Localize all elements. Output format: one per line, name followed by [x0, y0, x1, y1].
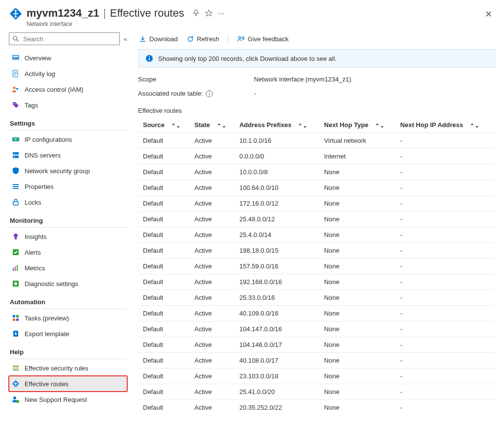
sidebar-item-tags[interactable]: Tags: [9, 97, 127, 113]
table-row[interactable]: DefaultActive192.168.0.0/16None--: [138, 274, 495, 290]
table-row[interactable]: DefaultActive157.59.0.0/16None--: [138, 259, 495, 274]
cell-state: Active: [190, 133, 234, 149]
feedback-button[interactable]: Give feedback: [237, 35, 288, 43]
sidebar-item-effective-routes[interactable]: Effective routes: [9, 376, 127, 392]
sidebar-section-title: Help: [10, 348, 127, 356]
locks-icon: [12, 198, 20, 206]
collapse-sidebar-icon[interactable]: «: [124, 35, 127, 43]
sidebar-search[interactable]: [9, 32, 120, 45]
svg-point-19: [14, 157, 15, 158]
cell-hopIp: -: [395, 337, 492, 353]
svg-point-43: [239, 36, 241, 39]
sidebar-item-properties[interactable]: Properties: [9, 179, 127, 194]
cell-source: Default: [138, 133, 190, 149]
table-row[interactable]: DefaultActive104.146.0.0/17None--: [138, 337, 495, 353]
cell-source: Default: [138, 337, 190, 353]
table-row[interactable]: DefaultActive100.64.0.0/10None--: [138, 180, 495, 196]
metrics-icon: [12, 264, 20, 272]
sidebar-item-access-control[interactable]: Access control (IAM): [9, 81, 127, 97]
sidebar-item-insights[interactable]: Insights: [9, 229, 127, 244]
cell-prefix: 25.33.0.0/16: [234, 290, 319, 306]
sort-icon[interactable]: [375, 123, 384, 128]
table-row[interactable]: DefaultActive23.103.0.0/18None--: [138, 369, 495, 384]
cell-prefix: 157.59.0.0/16: [234, 259, 319, 274]
svg-rect-35: [16, 318, 19, 321]
download-button[interactable]: Download: [139, 35, 178, 43]
svg-text:IP: IP: [14, 138, 17, 141]
sidebar-item-dns-servers[interactable]: DNS servers: [9, 147, 127, 163]
ip-configurations-icon: IP: [12, 135, 20, 143]
sidebar-item-ip-configurations[interactable]: IPIP configurations: [9, 132, 127, 147]
table-row[interactable]: DefaultActive10.1.0.0/16Virtual network-…: [138, 133, 495, 149]
cell-hopType: None: [319, 321, 395, 337]
sort-icon[interactable]: [470, 123, 479, 128]
table-row[interactable]: DefaultActive25.48.0.0/12None--: [138, 211, 495, 227]
cell-u: -: [492, 196, 495, 211]
column-header[interactable]: Address Prefixes: [234, 117, 319, 133]
help-icon[interactable]: i: [206, 90, 213, 97]
table-row[interactable]: DefaultActive40.108.0.0/17None--: [138, 353, 495, 369]
effective-security-rules-icon: [12, 364, 20, 372]
cell-hopType: None: [319, 306, 395, 321]
svg-point-46: [149, 56, 150, 57]
feedback-icon: [237, 35, 245, 43]
cell-hopIp: -: [395, 243, 492, 259]
cell-prefix: 198.18.0.0/15: [234, 243, 319, 259]
column-header[interactable]: Source: [138, 117, 190, 133]
close-button[interactable]: ✕: [482, 7, 495, 22]
table-row[interactable]: DefaultActive25.4.0.0/14None--: [138, 227, 495, 243]
cell-state: Active: [190, 196, 234, 211]
sidebar-item-label: Access control (IAM): [25, 86, 124, 93]
sidebar-item-label: Activity log: [25, 70, 124, 78]
search-input[interactable]: [22, 35, 116, 43]
svg-point-41: [13, 396, 16, 399]
table-row[interactable]: DefaultActive0.0.0.0/0Internet--: [138, 149, 495, 164]
table-row[interactable]: DefaultActive198.18.0.0/15None--: [138, 243, 495, 259]
cell-prefix: 104.146.0.0/17: [234, 337, 319, 353]
table-row[interactable]: DefaultActive25.41.0.0/20None--: [138, 384, 495, 400]
routes-table-scroll[interactable]: SourceStateAddress PrefixesNext Hop Type…: [138, 117, 495, 448]
cell-u: -: [492, 353, 495, 369]
sidebar-item-metrics[interactable]: Metrics: [9, 260, 127, 276]
sort-icon[interactable]: [217, 123, 226, 128]
sidebar-item-diagnostic-settings[interactable]: Diagnostic settings: [9, 276, 127, 291]
cell-prefix: 25.48.0.0/12: [234, 211, 319, 227]
refresh-button[interactable]: Refresh: [187, 35, 220, 43]
cell-hopIp: -: [395, 149, 492, 164]
main-content: Download Refresh Give feedback Showing o…: [130, 32, 504, 448]
cell-hopIp: -: [395, 353, 492, 369]
svg-rect-27: [13, 268, 14, 271]
sort-icon[interactable]: [298, 123, 307, 128]
svg-point-42: [16, 400, 19, 403]
cell-state: Active: [190, 180, 234, 196]
sidebar-item-nsg[interactable]: Network security group: [9, 163, 127, 179]
table-row[interactable]: DefaultActive40.109.0.0/16None--: [138, 306, 495, 321]
column-header[interactable]: State: [190, 117, 234, 133]
column-header[interactable]: Us: [492, 117, 495, 133]
sidebar-item-overview[interactable]: Overview: [9, 50, 127, 66]
table-row[interactable]: DefaultActive10.0.0.0/8None--: [138, 164, 495, 180]
sidebar-item-effective-security-rules[interactable]: Effective security rules: [9, 360, 127, 376]
cell-hopIp: -: [395, 321, 492, 337]
table-row[interactable]: DefaultActive25.33.0.0/16None--: [138, 290, 495, 306]
column-header[interactable]: Next Hop IP Address: [395, 117, 492, 133]
favorite-icon[interactable]: [205, 9, 213, 17]
info-banner-text: Showing only top 200 records, click Down…: [158, 55, 337, 62]
insights-icon: [12, 233, 20, 240]
sidebar-item-activity-log[interactable]: Activity log: [9, 66, 127, 81]
cell-u: -: [492, 149, 495, 164]
cell-source: Default: [138, 211, 190, 227]
sidebar-item-new-support-request[interactable]: New Support Request: [9, 392, 127, 407]
column-header[interactable]: Next Hop Type: [319, 117, 395, 133]
sidebar-item-locks[interactable]: Locks: [9, 194, 127, 210]
sort-icon[interactable]: [171, 123, 180, 128]
pin-icon[interactable]: [192, 9, 200, 17]
table-row[interactable]: DefaultActive172.16.0.0/12None--: [138, 196, 495, 211]
sidebar-item-alerts[interactable]: Alerts: [9, 244, 127, 260]
page-title: Effective routes: [110, 7, 184, 20]
sidebar-item-tasks[interactable]: Tasks (preview): [9, 310, 127, 326]
table-row[interactable]: DefaultActive20.35.252.0/22None--: [138, 400, 495, 416]
more-icon[interactable]: ⋯: [218, 9, 225, 17]
table-row[interactable]: DefaultActive104.147.0.0/16None--: [138, 321, 495, 337]
sidebar-item-export-template[interactable]: Export template: [9, 326, 127, 342]
